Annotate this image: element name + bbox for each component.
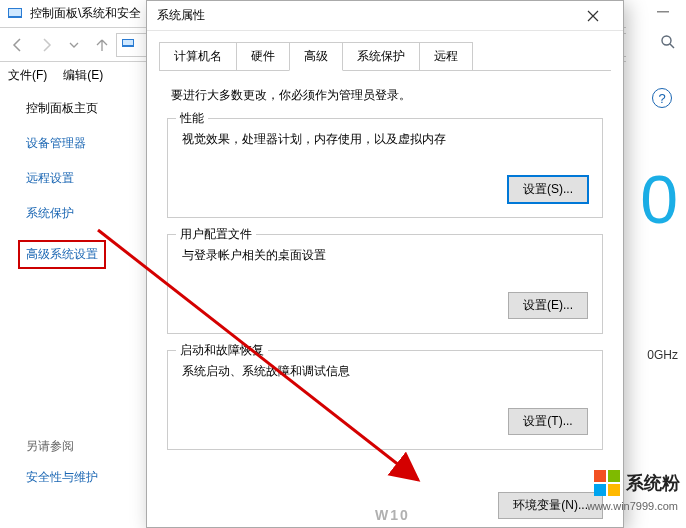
admin-note: 要进行大多数更改，你必须作为管理员登录。 (171, 87, 603, 104)
tab-hardware[interactable]: 硬件 (236, 42, 290, 71)
sidebar-see-also-label: 另请参阅 (26, 438, 98, 455)
menu-edit[interactable]: 编辑(E) (63, 67, 103, 84)
tab-computer-name[interactable]: 计算机名 (159, 42, 237, 71)
parent-window-title: 控制面板\系统和安全 (30, 5, 141, 22)
sidebar-item-advanced-system-settings[interactable]: 高级系统设置 (18, 240, 106, 269)
dialog-title: 系统属性 (157, 7, 573, 24)
nav-back-button[interactable] (4, 31, 32, 59)
parent-window-button[interactable] (640, 0, 686, 28)
group-performance: 性能 视觉效果，处理器计划，内存使用，以及虚拟内存 设置(S)... (167, 118, 603, 218)
group-user-profiles-desc: 与登录帐户相关的桌面设置 (182, 247, 588, 264)
dialog-body: 要进行大多数更改，你必须作为管理员登录。 性能 视觉效果，处理器计划，内存使用，… (147, 71, 623, 478)
dialog-titlebar: 系统属性 (147, 1, 623, 31)
sidebar-security-link[interactable]: 安全性与维护 (26, 469, 98, 486)
system-properties-dialog: 系统属性 计算机名 硬件 高级 系统保护 远程 要进行大多数更改，你必须作为管理… (146, 0, 624, 528)
group-user-profiles-legend: 用户配置文件 (176, 226, 256, 243)
cpu-ghz-fragment: 0GHz (647, 348, 678, 362)
menu-file[interactable]: 文件(F) (8, 67, 47, 84)
tab-remote[interactable]: 远程 (419, 42, 473, 71)
dialog-close-button[interactable] (573, 1, 613, 31)
group-startup-recovery-legend: 启动和故障恢复 (176, 342, 268, 359)
group-startup-recovery: 启动和故障恢复 系统启动、系统故障和调试信息 设置(T)... (167, 350, 603, 450)
nav-forward-button[interactable] (32, 31, 60, 59)
brand-url: www.win7999.com (587, 500, 678, 512)
system-icon (121, 37, 137, 53)
svg-point-5 (662, 36, 671, 45)
control-panel-icon (6, 5, 24, 23)
svg-line-6 (670, 44, 674, 48)
tab-advanced[interactable]: 高级 (289, 42, 343, 71)
sidebar-home[interactable]: 控制面板主页 (26, 100, 145, 117)
sidebar: 控制面板主页 设备管理器 远程设置 系统保护 高级系统设置 另请参阅 安全性与维… (0, 88, 145, 287)
nav-up-button[interactable] (88, 31, 116, 59)
group-startup-recovery-desc: 系统启动、系统故障和调试信息 (182, 363, 588, 380)
watermark-text: W10 (375, 507, 410, 523)
sidebar-item-device-manager[interactable]: 设备管理器 (26, 135, 145, 152)
search-icon[interactable] (660, 34, 676, 50)
group-user-profiles: 用户配置文件 与登录帐户相关的桌面设置 设置(E)... (167, 234, 603, 334)
group-performance-desc: 视觉效果，处理器计划，内存使用，以及虚拟内存 (182, 131, 588, 148)
tab-system-protection[interactable]: 系统保护 (342, 42, 420, 71)
group-performance-legend: 性能 (176, 110, 208, 127)
brand-text: 系统粉 (626, 471, 680, 495)
brand-watermark: 系统粉 (594, 470, 680, 496)
svg-rect-3 (123, 40, 133, 45)
user-profiles-settings-button[interactable]: 设置(E)... (508, 292, 588, 319)
performance-settings-button[interactable]: 设置(S)... (508, 176, 588, 203)
startup-recovery-settings-button[interactable]: 设置(T)... (508, 408, 588, 435)
dialog-tabs: 计算机名 硬件 高级 系统保护 远程 (147, 31, 623, 70)
svg-rect-1 (9, 9, 21, 16)
nav-dropdown-button[interactable] (60, 31, 88, 59)
sidebar-item-remote-settings[interactable]: 远程设置 (26, 170, 145, 187)
windows-version-digit: 0 (640, 160, 678, 238)
help-icon[interactable]: ? (652, 88, 672, 108)
sidebar-item-system-protection[interactable]: 系统保护 (26, 205, 145, 222)
svg-rect-4 (657, 11, 669, 13)
parent-content-right: ? 0 0GHz (626, 0, 686, 528)
brand-logo-icon (594, 470, 620, 496)
